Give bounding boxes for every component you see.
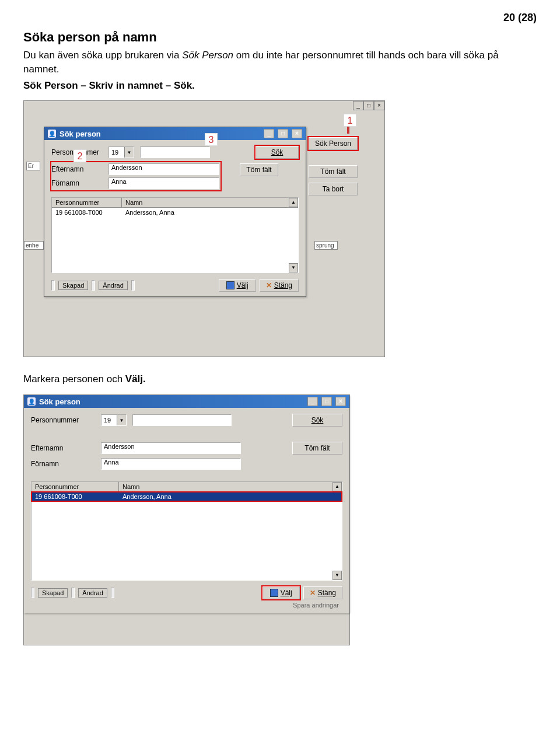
- efternamn-input[interactable]: Andersson: [108, 163, 219, 175]
- text-italic: Sök Person: [182, 50, 233, 61]
- cell-namn: Andersson, Anna: [119, 492, 342, 501]
- dialog-body: Personnummer 19 ▼ Sök Efternamn Andersso…: [24, 408, 349, 613]
- cell-pnr: 19 661008-T000: [32, 492, 119, 501]
- annotation-number-2: 2: [74, 149, 86, 162]
- chevron-down-icon[interactable]: ▼: [124, 147, 134, 158]
- personnummer-input[interactable]: [140, 146, 210, 158]
- body-paragraph-1: Du kan även söka upp brukaren via Sök Pe…: [23, 48, 537, 76]
- bottom-strip: Spara ändringar: [31, 599, 342, 609]
- andrad-label: Ändrad: [78, 588, 107, 598]
- col-namn[interactable]: Namn: [122, 198, 298, 207]
- century-value: 19: [109, 149, 124, 156]
- valj-button[interactable]: Välj: [262, 586, 300, 599]
- personnummer-row: Personnummer 19 ▼ Sök: [51, 146, 299, 159]
- sok-button[interactable]: Sök: [292, 414, 342, 427]
- skapad-label: Skapad: [38, 588, 68, 598]
- dialog-footer: Skapad Ändrad Välj ✕ Stäng: [51, 279, 299, 292]
- valj-label: Välj: [281, 589, 292, 597]
- text: Markera personen och: [23, 373, 125, 385]
- annotation-number-1: 1: [344, 114, 356, 127]
- footer-box: [111, 588, 114, 598]
- cell-pnr: 19 661008-T000: [52, 208, 122, 217]
- dialog-body: 3 2 Personnummer 19 ▼ Sök Efternamn Ande…: [44, 140, 306, 296]
- tom-falt-button[interactable]: Töm fält: [240, 163, 278, 176]
- century-select[interactable]: 19 ▼: [101, 414, 127, 426]
- text-bold: Välj.: [125, 373, 146, 385]
- col-personnummer[interactable]: Personnummer: [52, 198, 122, 207]
- scroll-down-icon[interactable]: ▼: [332, 571, 342, 580]
- sok-button-label: Sök: [312, 416, 324, 424]
- results-header: Personnummer Namn: [52, 198, 298, 208]
- side-button-group: Sök Person Töm fält Ta bort: [309, 137, 358, 195]
- bg-fragment: sprung: [314, 241, 338, 250]
- ta-bort-button[interactable]: Ta bort: [309, 183, 358, 195]
- footer-box: [92, 280, 95, 291]
- footer-box: [71, 588, 75, 598]
- table-row[interactable]: 19 661008-T000 Andersson, Anna: [52, 208, 298, 217]
- results-table[interactable]: Personnummer Namn 19 661008-T000 Anderss…: [51, 197, 299, 273]
- efternamn-label: Efternamn: [51, 165, 103, 173]
- person-icon: 👤: [48, 130, 56, 138]
- maximize-icon[interactable]: □: [321, 397, 332, 406]
- efternamn-input[interactable]: Andersson: [101, 442, 241, 454]
- minimize-icon[interactable]: _: [353, 101, 363, 110]
- stang-button[interactable]: ✕ Stäng: [303, 586, 342, 599]
- tom-falt-button[interactable]: Töm fält: [292, 442, 342, 455]
- annotation-number-3: 3: [205, 133, 218, 146]
- bg-fragment: Er: [26, 162, 40, 170]
- dialog-title: Sök person: [39, 397, 80, 406]
- efternamn-label: Efternamn: [31, 444, 95, 452]
- personnummer-input[interactable]: [132, 414, 232, 426]
- scroll-down-icon[interactable]: ▼: [289, 263, 298, 273]
- century-select[interactable]: 19 ▼: [108, 146, 134, 158]
- century-value: 19: [102, 417, 117, 424]
- col-personnummer[interactable]: Personnummer: [32, 482, 119, 491]
- footer-box: [131, 280, 135, 291]
- section-heading: Söka person på namn: [23, 30, 537, 45]
- person-icon: 👤: [27, 397, 36, 406]
- tom-falt-button[interactable]: Töm fält: [309, 165, 358, 178]
- maximize-icon[interactable]: □: [363, 101, 374, 110]
- valj-label: Välj: [237, 281, 249, 289]
- col-namn[interactable]: Namn: [119, 482, 342, 491]
- fornamn-input[interactable]: Anna: [108, 177, 219, 189]
- dialog-titlebar: 👤 Sök person _ □ ×: [44, 127, 306, 140]
- dialog-title: Sök person: [60, 130, 101, 138]
- sok-person-dialog: 👤 Sök person _ □ × 3 2 Personnummer 19 ▼…: [44, 127, 306, 297]
- close-icon[interactable]: ×: [374, 101, 384, 110]
- caption-2: Markera personen och Välj.: [23, 372, 537, 386]
- name-fields-group: Efternamn Andersson Förnamn Anna: [51, 162, 220, 190]
- chevron-down-icon[interactable]: ▼: [117, 415, 126, 425]
- spara-andringar-label: Spara ändringar: [293, 602, 339, 609]
- fornamn-label: Förnamn: [51, 179, 103, 187]
- close-icon[interactable]: ×: [335, 397, 346, 406]
- scroll-up-icon[interactable]: ▲: [332, 482, 342, 491]
- minimize-icon[interactable]: _: [264, 129, 274, 138]
- personnummer-row: Personnummer 19 ▼ Sök: [31, 414, 342, 427]
- fornamn-label: Förnamn: [31, 460, 95, 468]
- close-x-icon: ✕: [266, 281, 272, 289]
- results-table[interactable]: Personnummer Namn 19 661008-T000 Anderss…: [31, 481, 342, 581]
- save-icon: [270, 589, 278, 597]
- table-row[interactable]: 19 661008-T000 Andersson, Anna: [32, 492, 342, 501]
- body-paragraph-2: Sök Person – Skriv in namnet – Sök.: [23, 79, 537, 93]
- sok-person-button[interactable]: Sök Person: [309, 137, 358, 150]
- minimize-icon[interactable]: _: [307, 397, 318, 406]
- andrad-label: Ändrad: [99, 281, 127, 290]
- close-icon[interactable]: ×: [292, 129, 302, 138]
- text: Du kan även söka upp brukaren via: [23, 50, 182, 61]
- bg-fragment: enhe: [24, 241, 44, 250]
- fornamn-input[interactable]: Anna: [101, 458, 241, 470]
- valj-button[interactable]: Välj: [219, 279, 256, 292]
- sok-button-label: Sök: [271, 148, 284, 156]
- maximize-icon[interactable]: □: [278, 129, 288, 138]
- stang-button[interactable]: ✕ Stäng: [260, 279, 299, 292]
- screenshot-1: _ □ × 1 Er enhe sprung Sök Person Töm fä…: [23, 100, 385, 357]
- text-bold: Sök Person – Skriv in namnet – Sök.: [23, 80, 195, 91]
- results-header: Personnummer Namn: [32, 482, 342, 492]
- sok-button[interactable]: Sök: [256, 146, 299, 159]
- scroll-up-icon[interactable]: ▲: [289, 198, 298, 207]
- stang-label: Stäng: [274, 281, 292, 289]
- dialog-footer: Skapad Ändrad Välj ✕ Stäng: [31, 586, 342, 599]
- sok-person-dialog: 👤 Sök person _ □ × Personnummer 19 ▼ Sök…: [24, 395, 349, 613]
